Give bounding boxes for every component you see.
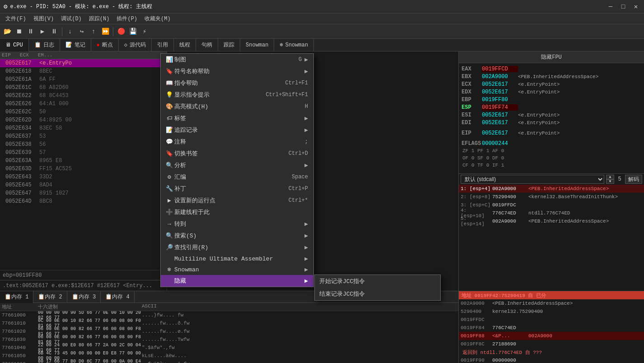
toolbar-close[interactable]: ⏸ [25,26,36,37]
mem-tab-1[interactable]: 📋 内存 1 [0,291,33,303]
toolbar-step-out[interactable]: ↑ [88,26,99,37]
table-row[interactable]: 0052E647 8915 1027 [0,189,167,197]
ctx-bookmark[interactable]: 🔖 切换书签 Ctrl+D [161,148,313,159]
table-row[interactable]: 0052E639 57 [0,149,167,157]
table-row[interactable]: 0052E62C 50 [0,108,167,116]
table-row[interactable]: 0052E62D 64:8925 00 [0,116,167,124]
menu-file[interactable]: 文件(F) [2,14,30,24]
ctx-find-ref[interactable]: 🔎 查找引用(R) ▶ [161,242,313,253]
menu-trace[interactable]: 跟踪(N) [85,14,113,24]
submenu-start-jcc[interactable]: 开始记录JCC指令 [315,275,440,288]
ctx-highlight[interactable]: 🎨 高亮模式(H) H [161,101,313,112]
table-row[interactable]: 0052E637 53 [0,132,167,140]
tab-notes[interactable]: 📝 笔记 [60,39,91,51]
toolbar-bp[interactable]: 🔴 [116,26,126,37]
toolbar-mem[interactable]: 💾 [127,26,138,37]
menu-view[interactable]: 视图(V) [30,14,58,24]
toolbar-run-to[interactable]: ⏩ [100,26,111,37]
list-item[interactable]: 5290400 kernel32.75290400 [459,307,644,316]
toolbar-restart[interactable]: ⏹ [14,26,24,37]
toolbar-run[interactable]: ▶ [37,26,48,37]
table-row[interactable]: 0052E64D 8BC8 [0,197,167,205]
minimize-button[interactable]: ─ [606,2,615,11]
stack-memory-body[interactable]: 002A9000 <PEB.InheritedAddressSpace> 529… [459,299,644,363]
table-row[interactable]: 0052E63D FF15 AC525 [0,165,167,173]
list-item[interactable]: 0019FFDC [459,316,644,324]
table-row[interactable]: 0052E63A 8965 E8 [0,157,167,165]
mem-tab-3[interactable]: 📋 内存 3 [67,291,101,303]
spin-up[interactable]: ▲ [606,175,614,179]
list-item[interactable]: 0019FF90 00000000 [459,356,644,363]
stack-row[interactable]: 2: [esp+8] 75290400 <kernel32.BaseThread… [459,193,644,201]
ctx-show-hint[interactable]: 💡 显示指令提示 Ctrl+Shift+F1 [161,89,313,101]
tab-trace[interactable]: Snowman [240,39,274,51]
menu-debug[interactable]: 调试(D) [57,14,85,24]
list-item[interactable]: 002A9000 <PEB.InheritedAddressSpace> [459,299,644,307]
ctx-comment[interactable]: 💬 注释 ; [161,136,313,148]
reg-esp[interactable]: ESP 0019FF74 [461,103,642,111]
stack-row[interactable]: 5: [esp+14] 002A9000 <PEB.InheritedAddre… [459,217,644,225]
tab-symbols[interactable]: ◇ 源代码 [119,39,152,51]
table-row[interactable]: 0052E638 56 [0,140,167,149]
ctx-new-thread[interactable]: ➕ 新建线程于此 [161,206,313,218]
table-row[interactable]: 0052E61C 68 A82D60 [0,84,167,92]
table-row[interactable]: 0052E61A 6A FF [0,75,167,84]
ctx-snowman[interactable]: ❄ Snowman ▶ [161,264,313,275]
list-item[interactable]: 0019FF84 776C74ED [459,324,644,332]
toolbar-open[interactable]: 📂 [2,26,13,37]
list-item[interactable]: 0019FF88 <&P... 002A9000 [459,332,644,340]
tab-source[interactable]: 引用 [152,39,174,51]
list-item[interactable]: 0019FF8C 27188690 [459,340,644,348]
ctx-label[interactable]: 🏷 标签 ▶ [161,112,313,124]
disasm-body[interactable]: 0052E617 <e.EntryPo 0052E618 8BEC 0052E6… [0,59,167,270]
ctx-trace[interactable]: 📝 追踪记录 ▶ [161,124,313,136]
reg-ecx[interactable]: ECX 0052E617 <e.EntryPoint> [461,80,642,88]
table-row[interactable]: 0052E622 68 8C4453 [0,92,167,100]
ctx-patch[interactable]: 🔧 补丁 Ctrl+P [161,183,313,195]
tab-cpu[interactable]: 🖥 CPU [0,39,29,51]
table-row[interactable]: 0052E634 83EC 58 [0,124,167,132]
calling-convention-select[interactable]: 默认 (stdcall) [461,175,604,184]
reg-esi[interactable]: ESI 0052E617 <e.EntryPoint> [461,111,642,119]
ctx-search[interactable]: 🔍 搜索(S) ▶ [161,230,313,242]
tab-handles[interactable]: 跟踪 [218,39,240,51]
toolbar-pause[interactable]: ⏸ [49,26,60,37]
tab-snowman[interactable]: ❄ Snowman [274,39,314,51]
maximize-button[interactable]: □ [619,2,628,11]
reg-edi[interactable]: EDI 0052E617 <e.EntryPoint> [461,119,642,126]
menu-plugins[interactable]: 插件(P) [113,14,141,24]
reg-eax[interactable]: EAX 0019FFCD [461,65,642,73]
toolbar-step-over[interactable]: ↪ [76,26,87,37]
table-row[interactable]: 0052E643 33D2 [0,173,167,181]
mem-tab-4[interactable]: 📋 内存 4 [101,291,134,303]
list-item[interactable]: 返回到 ntdll.776C74ED 自 ??? [459,348,644,356]
menu-favorites[interactable]: 收藏夹(M) [141,14,174,24]
reg-eflags[interactable]: EFLAGS 00000244 [461,140,642,147]
table-row[interactable]: 0052E645 8AD4 [0,181,167,189]
table-row[interactable]: 0052E617 <e.EntryPo [0,59,167,67]
spin-down[interactable]: ▼ [606,179,614,184]
tab-breakpoints[interactable]: ● 断点 [91,39,119,51]
table-row[interactable]: 0052E626 64:A1 000 [0,100,167,108]
resolve-button[interactable]: 解码 [625,175,642,184]
ctx-symbol-help[interactable]: 🔖 符号名称帮助 ▶ [161,65,313,77]
ctx-assemble[interactable]: ⚙ 汇编 Space [161,171,313,183]
toolbar-step-into[interactable]: ↓ [65,26,75,37]
close-button[interactable]: ✕ [631,2,640,11]
ctx-goto2[interactable]: → 转到 ▶ [161,218,313,230]
memory-body[interactable]: 77661000 00 00 00 00 90 5D 66 77 0E 00 1… [0,311,458,363]
reg-ebx[interactable]: EBX 002A9000 <PEB.InheritedAddressSpace> [461,73,642,80]
list-item[interactable]: 77661060 80 17 66 77 B0 D0 6C 77 08 00 0… [0,360,458,363]
ctx-hide[interactable]: 隐藏 ▶ 开始记录JCC指令 结束记录JCC指令 [161,275,313,287]
tab-log[interactable]: 📋 日志 [29,39,60,51]
ctx-analyze[interactable]: 🔍 分析 ▶ [161,159,313,171]
tab-threads[interactable]: 句柄 [196,39,218,51]
reg-edx[interactable]: EDX 0052E617 <e.EntryPoint> [461,88,642,96]
reg-ebp[interactable]: EBP 0019FF80 [461,96,642,103]
mem-tab-2[interactable]: 📋 内存 2 [33,291,67,303]
submenu-end-jcc[interactable]: 结束记录JCC指令 [315,288,440,300]
ctx-set-run[interactable]: ▶ 设置新的运行点 Ctrl+* [161,195,313,206]
toolbar-hwbp[interactable]: ⚡ [139,26,150,37]
ctx-mua[interactable]: Multiline Ultimate Assembler ▶ [161,253,313,264]
ctx-instr-help[interactable]: 📖 指令帮助 Ctrl+F1 [161,77,313,89]
